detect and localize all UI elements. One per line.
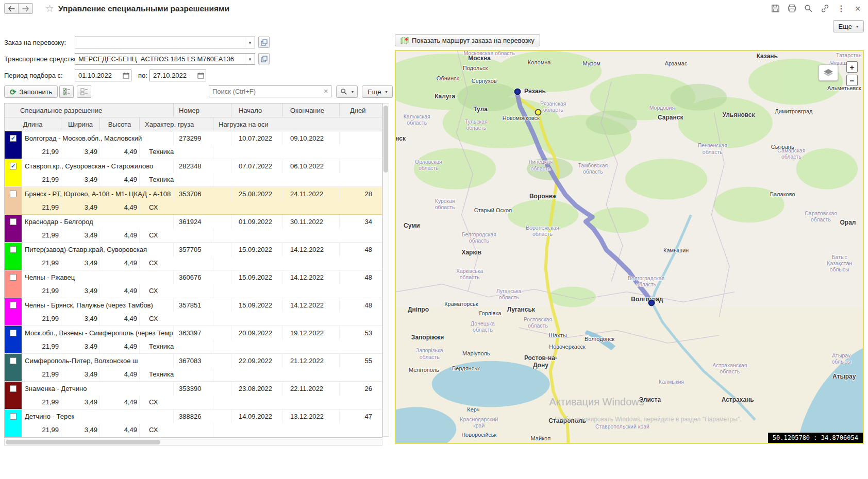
- table-row[interactable]: Симферополь-Питер, Волхонское ш36708322.…: [5, 354, 382, 382]
- row-checkbox[interactable]: [10, 357, 16, 364]
- row-checkbox[interactable]: [10, 191, 16, 197]
- row-checkbox[interactable]: ✔: [10, 135, 16, 142]
- zoom-in-button[interactable]: +: [846, 61, 858, 73]
- cell-length: 21,99: [22, 173, 61, 187]
- vertical-scrollbar[interactable]: [382, 103, 389, 437]
- map-region-label: Курская область: [427, 198, 463, 210]
- vehicle-dropdown-icon[interactable]: ▾: [245, 54, 255, 64]
- horizontal-scrollbar-thumb[interactable]: [6, 440, 160, 444]
- row-cells: Питер(завод)-Ставр.край, Суворовская3577…: [22, 243, 382, 270]
- arrow-right-icon: [22, 6, 29, 12]
- table-row[interactable]: Челны - Брянск, Палужье (через Тамбов)35…: [5, 298, 382, 326]
- map-region-label: Волгоградская область: [623, 275, 670, 287]
- map-city-label: Дніпро: [408, 306, 429, 313]
- map-city-label: Муром: [582, 60, 600, 66]
- find-icon[interactable]: [803, 4, 813, 13]
- route-start-marker[interactable]: [514, 89, 521, 95]
- cell-cargo: СХ: [140, 201, 213, 215]
- form-more-button[interactable]: Еще ▾: [833, 20, 864, 32]
- col-header-cargo[interactable]: Характер. груза: [140, 117, 213, 131]
- cell-number: 360676: [174, 270, 231, 284]
- favorite-star-icon[interactable]: ☆: [45, 3, 54, 14]
- route-end-marker[interactable]: [648, 300, 655, 306]
- clear-search-icon[interactable]: ✕: [321, 88, 331, 95]
- cell-start: 15.09.2022: [231, 270, 283, 284]
- cell-route: Брянск - РТ, Юртово, А-108 - М1- ЦКАД - …: [22, 187, 174, 201]
- col-header-start[interactable]: Начало: [231, 104, 283, 117]
- col-header-number[interactable]: Номер: [174, 104, 231, 117]
- forward-button[interactable]: [19, 3, 33, 14]
- col-header-permission[interactable]: Специальное разрешение: [5, 104, 174, 117]
- clear-all-flags-button[interactable]: [77, 85, 91, 98]
- route-waypoint-marker[interactable]: [535, 109, 542, 115]
- cell-days: [340, 131, 376, 145]
- set-all-flags-button[interactable]: [59, 85, 74, 98]
- map-region-label: Липецкая область: [521, 159, 560, 171]
- order-open-button[interactable]: [258, 37, 270, 48]
- table-row[interactable]: Брянск - РТ, Юртово, А-108 - М1- ЦКАД - …: [5, 187, 382, 215]
- row-checkbox[interactable]: [10, 218, 16, 225]
- cell-route: Питер(завод)-Ставр.край, Суворовская: [22, 243, 174, 256]
- cell-end: 19.12.2022: [283, 326, 340, 340]
- vertical-scrollbar-thumb[interactable]: [383, 106, 388, 173]
- cell-route: Челны - Ржавец: [22, 270, 174, 284]
- row-checkbox[interactable]: [10, 246, 16, 253]
- row-checkbox[interactable]: ✔: [10, 163, 16, 169]
- close-icon[interactable]: ✕: [853, 4, 863, 13]
- back-button[interactable]: [4, 3, 19, 14]
- row-checkbox[interactable]: [10, 413, 16, 420]
- table-row[interactable]: Питер(завод)-Ставр.край, Суворовская3577…: [5, 243, 382, 270]
- print-icon[interactable]: [787, 4, 797, 13]
- map-region-label: Запорізька область: [407, 347, 452, 360]
- map-panel[interactable]: МоскваПодольскКоломнаМуромАрзамасКазаньО…: [395, 50, 864, 444]
- table-more-button[interactable]: Еще ▾: [362, 85, 393, 98]
- table-row[interactable]: Челны - Ржавец36067615.09.202214.12.2022…: [5, 270, 382, 298]
- show-route-button[interactable]: Показать маршрут заказа на перевозку: [395, 34, 540, 46]
- col-header-width[interactable]: Ширина: [61, 117, 100, 131]
- vehicle-label: Транспортное средство:: [4, 55, 79, 63]
- cell-width: 3,49: [61, 340, 100, 354]
- row-checkbox[interactable]: [10, 330, 16, 336]
- fill-button[interactable]: ⟳ Заполнить: [4, 85, 58, 98]
- cell-start: 22.09.2022: [231, 354, 283, 368]
- cell-start: 01.09.2022: [231, 215, 283, 229]
- map-layers-button[interactable]: [819, 64, 838, 81]
- vehicle-input[interactable]: [75, 54, 245, 64]
- zoom-out-button[interactable]: −: [846, 75, 858, 86]
- vehicle-open-button[interactable]: [258, 53, 270, 64]
- period-to-input[interactable]: [150, 70, 196, 81]
- col-header-length[interactable]: Длина: [5, 117, 61, 131]
- horizontal-scrollbar[interactable]: [4, 439, 382, 446]
- calendar-icon[interactable]: [121, 70, 131, 81]
- col-header-end[interactable]: Окончание: [283, 104, 340, 117]
- row-checkbox[interactable]: [10, 302, 16, 309]
- table-row[interactable]: ✔Ставроп.кр., Суворовская - Старожилово2…: [5, 159, 382, 187]
- order-dropdown-icon[interactable]: ▾: [245, 37, 255, 48]
- period-from-input[interactable]: [75, 70, 121, 81]
- cell-number: 282348: [174, 159, 231, 173]
- table-row[interactable]: Моск.обл., Вяземы - Симферополь (через Т…: [5, 326, 382, 354]
- map-region-label: Пензенская область: [690, 142, 735, 155]
- table-row[interactable]: Краснодар - Белгород36192401.09.202230.1…: [5, 215, 382, 243]
- cell-number: 357851: [174, 298, 231, 312]
- save-icon[interactable]: [770, 4, 780, 13]
- order-input[interactable]: [75, 37, 245, 48]
- row-checkbox[interactable]: [10, 274, 16, 281]
- col-header-axle-load[interactable]: Нагрузка на оси: [213, 117, 382, 131]
- cell-cargo: СХ: [140, 256, 213, 270]
- arrow-left-icon: [8, 6, 15, 12]
- search-button[interactable]: ▾: [336, 85, 358, 98]
- search-input[interactable]: [209, 86, 321, 97]
- table-row[interactable]: Детчино - Терек38882614.09.202213.12.202…: [5, 409, 382, 437]
- map-city-label: Мелітополь: [409, 367, 439, 373]
- table-row[interactable]: Знаменка - Детчино35339023.08.202222.11.…: [5, 382, 382, 409]
- col-header-height[interactable]: Высота: [100, 117, 140, 131]
- table-row[interactable]: ✔Волгоград - Москов.обл., Масловский2732…: [5, 131, 382, 159]
- row-checkbox[interactable]: [10, 385, 16, 392]
- calendar-icon[interactable]: [196, 70, 206, 81]
- kebab-menu-icon[interactable]: ⋮: [836, 4, 846, 13]
- cell-width: 3,49: [61, 368, 100, 382]
- link-icon[interactable]: [820, 4, 830, 13]
- col-header-days[interactable]: Дней: [340, 104, 376, 117]
- cell-route: Волгоград - Москов.обл., Масловский: [22, 131, 174, 145]
